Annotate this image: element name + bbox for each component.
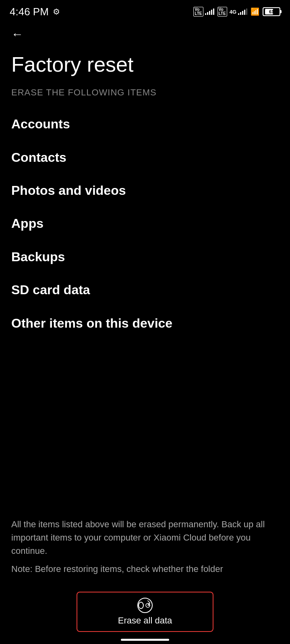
home-indicator (121, 639, 169, 641)
erase-items-list: Accounts Contacts Photos and videos Apps… (0, 104, 290, 343)
status-bar: 4:46 PM ⚙ VoLTE VoLTE 4G (0, 0, 290, 22)
list-item-contacts: Contacts (0, 141, 290, 174)
erase-icon (137, 598, 153, 613)
sim2-signal-bars (238, 8, 247, 15)
back-button[interactable]: ← (11, 27, 23, 41)
status-icons: VoLTE VoLTE 4G 📶 (193, 7, 280, 17)
sim1-signal-group: VoLTE (193, 7, 214, 17)
list-item-apps: Apps (0, 207, 290, 240)
erase-all-data-button[interactable]: Erase all data (77, 592, 213, 632)
list-item-accounts: Accounts (0, 107, 290, 140)
warning-text: All the items listed above will be erase… (11, 518, 279, 557)
wifi-icon: 📶 (251, 7, 259, 16)
warning-section: All the items listed above will be erase… (0, 510, 290, 580)
battery: 61 (263, 7, 280, 16)
erase-button-label: Erase all data (118, 615, 172, 626)
battery-level: 61 (263, 9, 280, 14)
volte1-badge: VoLTE (193, 7, 203, 17)
battery-tip (280, 10, 282, 13)
4g-badge: 4G (230, 9, 236, 15)
nav-bar: ← (0, 22, 290, 43)
volte2-badge: VoLTE (218, 7, 227, 17)
section-header: ERASE THE FOLLOWING ITEMS (0, 87, 290, 104)
sim1-signal-bars (205, 8, 214, 15)
status-time-group: 4:46 PM ⚙ (10, 6, 60, 18)
bottom-bar: Erase all data (0, 582, 290, 644)
erase-svg-icon (144, 600, 152, 611)
list-item-other-items: Other items on this device (0, 307, 290, 340)
page-title: Factory reset (0, 43, 290, 87)
note-text: Note: Before restoring items, check whet… (11, 562, 279, 576)
clock: 4:46 PM (10, 6, 49, 18)
list-item-sd-card: SD card data (0, 273, 290, 306)
list-item-backups: Backups (0, 240, 290, 273)
list-item-photos-videos: Photos and videos (0, 174, 290, 207)
sim2-signal-group: VoLTE 4G (218, 7, 248, 17)
settings-icon: ⚙ (53, 7, 60, 17)
